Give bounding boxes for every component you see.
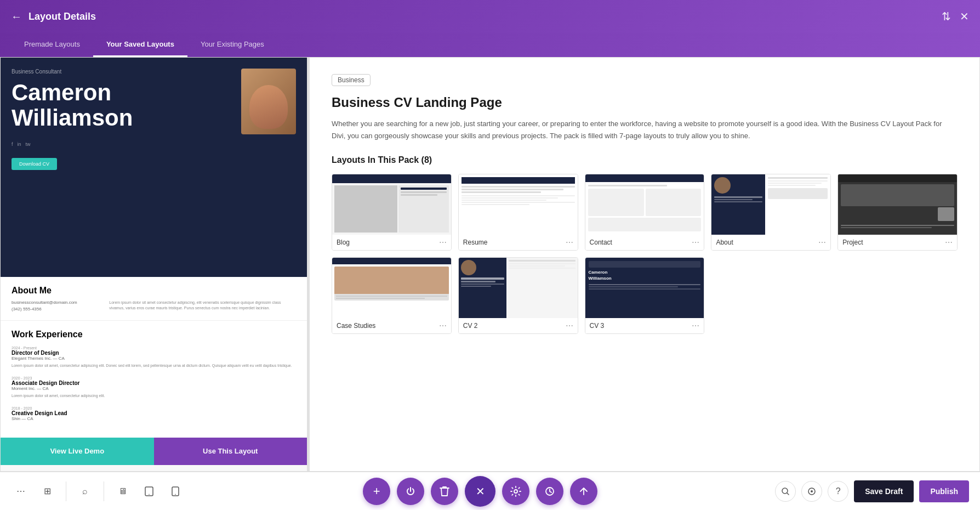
layout-more-project[interactable]: ⋯ xyxy=(945,238,953,247)
layout-more-resume[interactable]: ⋯ xyxy=(566,238,573,247)
preview-avatar xyxy=(241,69,296,134)
layout-description: Whether you are searching for a new job,… xyxy=(332,118,958,142)
category-badge: Business xyxy=(332,74,371,86)
layout-card-footer-casestudies: Case Studies ⋯ xyxy=(332,318,451,333)
page-title: Layout Details xyxy=(29,11,96,22)
use-layout-button[interactable]: Use This Layout xyxy=(154,438,307,465)
preview-work-section: Work Experience 2024 - Present Director … xyxy=(1,320,307,438)
toolbar-right: ? Save Draft Publish xyxy=(775,480,969,502)
toolbar-center: + ✕ xyxy=(363,476,597,507)
layout-card-cv2[interactable]: CV 2 ⋯ xyxy=(458,257,578,334)
toolbar-divider-1 xyxy=(66,481,66,501)
detail-panel: Business Business CV Landing Page Whethe… xyxy=(310,58,979,471)
layout-name-blog: Blog xyxy=(337,239,350,246)
layout-card-footer-cv3: CV 3 ⋯ xyxy=(585,318,704,333)
layout-title: Business CV Landing Page xyxy=(332,95,958,110)
view-demo-button[interactable]: View Live Demo xyxy=(1,438,154,465)
layout-name-project: Project xyxy=(842,239,863,246)
layout-thumb-contact xyxy=(585,174,704,235)
more-options-button[interactable]: ⋯ xyxy=(11,481,31,501)
svg-point-1 xyxy=(149,494,150,495)
preview-work-title: Work Experience xyxy=(12,330,296,339)
layout-more-casestudies[interactable]: ⋯ xyxy=(439,321,447,330)
preview-download-btn[interactable]: Download CV xyxy=(12,158,57,170)
layout-card-footer-blog: Blog ⋯ xyxy=(332,235,451,250)
pack-label: Layouts In This Pack (8) xyxy=(332,155,958,165)
main-content: Business Consultant Cameron Williamson f… xyxy=(0,57,980,472)
preview-actions: View Live Demo Use This Layout xyxy=(1,438,307,465)
settings-button[interactable] xyxy=(502,478,529,505)
work-item-1: 2024 - Present Director of Design Elegan… xyxy=(12,346,296,369)
layout-card-project[interactable]: Project ⋯ xyxy=(837,174,958,251)
save-draft-button[interactable]: Save Draft xyxy=(854,480,914,502)
layout-more-cv2[interactable]: ⋯ xyxy=(566,321,573,330)
layout-card-footer-cv2: CV 2 ⋯ xyxy=(459,318,578,333)
layout-options-button[interactable] xyxy=(801,481,822,502)
add-button[interactable]: + xyxy=(363,478,390,505)
preview-about-section: About Me businessconsultant@domain.com (… xyxy=(1,277,307,320)
layout-card-resume[interactable]: Resume ⋯ xyxy=(458,174,578,251)
toolbar-left: ⋯ ⊞ ⌕ 🖥 xyxy=(11,481,185,501)
mobile-view-button[interactable] xyxy=(166,481,185,501)
toolbar-divider-2 xyxy=(104,481,104,501)
close-x-button[interactable]: ✕ xyxy=(465,476,495,507)
bottom-toolbar: ⋯ ⊞ ⌕ 🖥 + xyxy=(0,472,980,510)
settings-icon[interactable]: ⇅ xyxy=(942,10,951,23)
layout-card-casestudies[interactable]: Case Studies ⋯ xyxy=(332,257,452,334)
layout-thumb-project xyxy=(838,174,957,235)
tab-existing[interactable]: Your Existing Pages xyxy=(187,33,277,57)
layout-card-about[interactable]: About ⋯ xyxy=(711,174,831,251)
top-bar-left: ← Layout Details xyxy=(11,10,96,23)
preview-hero: Business Consultant Cameron Williamson f… xyxy=(1,58,307,277)
layout-more-contact[interactable]: ⋯ xyxy=(692,238,699,247)
layout-thumb-about xyxy=(711,174,830,235)
preview-about-text: Lorem ipsum dolor sit amet consectetur a… xyxy=(109,300,296,311)
layout-card-footer-resume: Resume ⋯ xyxy=(459,235,578,250)
power-button[interactable] xyxy=(397,478,424,505)
close-icon[interactable]: ✕ xyxy=(960,10,969,23)
layout-name-casestudies: Case Studies xyxy=(337,322,375,330)
layout-card-footer-contact: Contact ⋯ xyxy=(585,235,704,250)
preview-about-title: About Me xyxy=(12,286,296,296)
layout-more-about[interactable]: ⋯ xyxy=(818,238,826,247)
tablet-view-button[interactable] xyxy=(139,481,159,501)
layout-card-cv3[interactable]: Cameron Williamson CV 3 ⋯ xyxy=(585,257,705,334)
layout-name-contact: Contact xyxy=(590,239,612,246)
layout-thumb-cv2 xyxy=(459,258,578,318)
layout-name-cv3: CV 3 xyxy=(590,322,605,330)
top-bar: ← Layout Details ⇅ ✕ xyxy=(0,0,980,33)
deploy-button[interactable] xyxy=(570,478,597,505)
preview-contact-info: businessconsultant@domain.com (342) 555-… xyxy=(12,300,105,311)
search-button[interactable]: ⌕ xyxy=(75,481,95,501)
back-icon[interactable]: ← xyxy=(11,10,22,23)
work-item-2: 2020 - 2023 Associate Design Director Mo… xyxy=(12,376,296,399)
grid-view-button[interactable]: ⊞ xyxy=(37,481,57,501)
layout-card-footer-about: About ⋯ xyxy=(711,235,830,250)
publish-button[interactable]: Publish xyxy=(919,480,969,502)
svg-point-8 xyxy=(811,490,813,492)
top-bar-right: ⇅ ✕ xyxy=(942,10,969,23)
layouts-grid: Blog ⋯ xyxy=(332,174,958,334)
tab-premade[interactable]: Premade Layouts xyxy=(11,33,93,57)
layout-name-cv2: CV 2 xyxy=(463,322,478,330)
svg-point-3 xyxy=(175,494,176,495)
history-button[interactable] xyxy=(536,478,563,505)
layout-more-cv3[interactable]: ⋯ xyxy=(692,321,699,330)
desktop-view-button[interactable]: 🖥 xyxy=(113,481,133,501)
layout-thumb-resume xyxy=(459,174,578,235)
tabs-bar: Premade Layouts Your Saved Layouts Your … xyxy=(0,33,980,57)
layout-card-blog[interactable]: Blog ⋯ xyxy=(332,174,452,251)
layout-more-blog[interactable]: ⋯ xyxy=(439,238,447,247)
work-item-3: 2018 - 2020 Creative Design Lead Shin — … xyxy=(12,406,296,421)
svg-point-4 xyxy=(514,490,517,493)
zoom-button[interactable] xyxy=(775,481,796,502)
preview-panel: Business Consultant Cameron Williamson f… xyxy=(1,58,307,471)
layout-thumb-cv3: Cameron Williamson xyxy=(585,258,704,318)
layout-name-about: About xyxy=(716,239,733,246)
delete-button[interactable] xyxy=(431,478,458,505)
layout-name-resume: Resume xyxy=(463,239,488,246)
tab-saved[interactable]: Your Saved Layouts xyxy=(93,33,187,57)
layout-card-contact[interactable]: Contact ⋯ xyxy=(585,174,705,251)
help-button[interactable]: ? xyxy=(828,481,848,502)
layout-thumb-blog xyxy=(332,174,451,235)
